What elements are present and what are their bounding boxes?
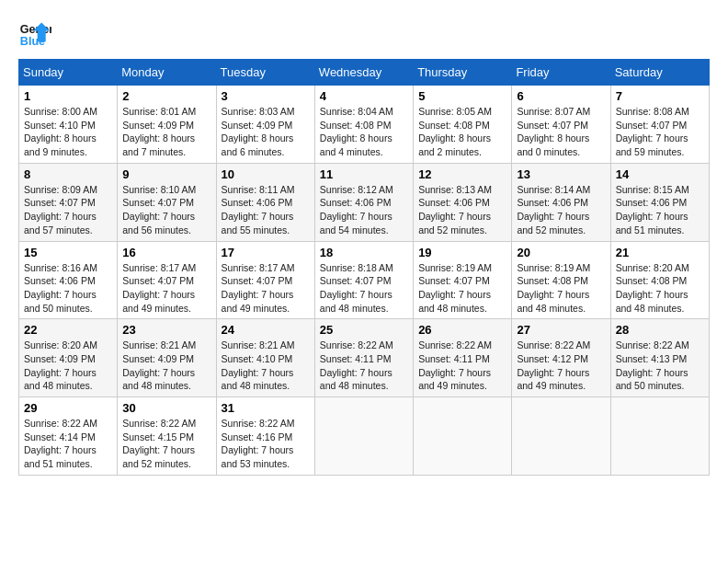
logo-icon: General Blue [18, 18, 51, 52]
calendar-cell: 16 Sunrise: 8:17 AMSunset: 4:07 PMDaylig… [118, 241, 216, 319]
calendar-cell: 15 Sunrise: 8:16 AMSunset: 4:06 PMDaylig… [19, 241, 118, 319]
day-info: Sunrise: 8:20 AMSunset: 4:09 PMDaylight:… [24, 339, 97, 391]
calendar-cell: 12 Sunrise: 8:13 AMSunset: 4:06 PMDaylig… [414, 163, 512, 241]
day-number: 5 [418, 89, 506, 103]
day-info: Sunrise: 8:15 AMSunset: 4:06 PMDaylight:… [616, 184, 689, 236]
day-info: Sunrise: 8:20 AMSunset: 4:08 PMDaylight:… [616, 262, 689, 314]
day-info: Sunrise: 8:22 AMSunset: 4:12 PMDaylight:… [517, 339, 590, 391]
calendar-cell: 22 Sunrise: 8:20 AMSunset: 4:09 PMDaylig… [19, 319, 118, 397]
day-number: 25 [320, 323, 408, 337]
day-number: 28 [616, 323, 704, 337]
day-info: Sunrise: 8:12 AMSunset: 4:06 PMDaylight:… [320, 184, 393, 236]
day-number: 13 [517, 167, 605, 181]
calendar-cell [314, 397, 413, 476]
calendar-cell: 30 Sunrise: 8:22 AMSunset: 4:15 PMDaylig… [118, 397, 216, 476]
day-number: 31 [222, 401, 310, 415]
day-info: Sunrise: 8:07 AMSunset: 4:07 PMDaylight:… [517, 106, 590, 157]
day-number: 3 [222, 89, 310, 103]
calendar-header-sunday: Sunday [19, 60, 118, 86]
calendar-header-tuesday: Tuesday [216, 60, 314, 86]
calendar-header-thursday: Thursday [414, 60, 512, 86]
calendar-body: 1 Sunrise: 8:00 AMSunset: 4:10 PMDayligh… [19, 86, 710, 476]
day-number: 12 [418, 167, 506, 181]
calendar-week-5: 29 Sunrise: 8:22 AMSunset: 4:14 PMDaylig… [19, 397, 710, 476]
day-number: 20 [517, 246, 605, 259]
calendar-cell: 17 Sunrise: 8:17 AMSunset: 4:07 PMDaylig… [216, 241, 314, 319]
header: General Blue [18, 18, 710, 52]
day-number: 14 [616, 167, 704, 181]
day-number: 1 [24, 89, 112, 103]
day-number: 2 [122, 89, 210, 103]
calendar-cell: 2 Sunrise: 8:01 AMSunset: 4:09 PMDayligh… [118, 86, 216, 164]
day-info: Sunrise: 8:18 AMSunset: 4:07 PMDaylight:… [320, 262, 393, 314]
calendar-cell: 8 Sunrise: 8:09 AMSunset: 4:07 PMDayligh… [19, 163, 118, 241]
day-number: 19 [418, 246, 506, 259]
calendar-cell [512, 397, 610, 476]
calendar-cell: 5 Sunrise: 8:05 AMSunset: 4:08 PMDayligh… [414, 86, 512, 164]
day-info: Sunrise: 8:00 AMSunset: 4:10 PMDaylight:… [24, 106, 97, 157]
day-number: 16 [122, 246, 210, 259]
day-info: Sunrise: 8:22 AMSunset: 4:11 PMDaylight:… [418, 339, 492, 391]
logo: General Blue [18, 18, 55, 52]
calendar-cell: 26 Sunrise: 8:22 AMSunset: 4:11 PMDaylig… [414, 319, 512, 397]
day-info: Sunrise: 8:03 AMSunset: 4:09 PMDaylight:… [222, 106, 295, 157]
calendar-header: SundayMondayTuesdayWednesdayThursdayFrid… [19, 60, 710, 86]
day-number: 21 [616, 246, 704, 259]
day-info: Sunrise: 8:19 AMSunset: 4:08 PMDaylight:… [517, 262, 590, 314]
calendar-cell: 6 Sunrise: 8:07 AMSunset: 4:07 PMDayligh… [512, 86, 610, 164]
calendar-cell: 31 Sunrise: 8:22 AMSunset: 4:16 PMDaylig… [216, 397, 314, 476]
calendar-cell: 27 Sunrise: 8:22 AMSunset: 4:12 PMDaylig… [512, 319, 610, 397]
calendar-cell: 29 Sunrise: 8:22 AMSunset: 4:14 PMDaylig… [19, 397, 118, 476]
day-number: 18 [320, 246, 408, 259]
day-info: Sunrise: 8:13 AMSunset: 4:06 PMDaylight:… [418, 184, 492, 236]
calendar-header-saturday: Saturday [610, 60, 709, 86]
day-info: Sunrise: 8:05 AMSunset: 4:08 PMDaylight:… [418, 106, 492, 157]
day-info: Sunrise: 8:22 AMSunset: 4:15 PMDaylight:… [122, 418, 196, 469]
calendar-week-3: 15 Sunrise: 8:16 AMSunset: 4:06 PMDaylig… [19, 241, 710, 319]
day-info: Sunrise: 8:10 AMSunset: 4:07 PMDaylight:… [122, 184, 196, 236]
calendar-cell: 24 Sunrise: 8:21 AMSunset: 4:10 PMDaylig… [216, 319, 314, 397]
calendar-header-wednesday: Wednesday [314, 60, 413, 86]
calendar-cell: 13 Sunrise: 8:14 AMSunset: 4:06 PMDaylig… [512, 163, 610, 241]
day-number: 15 [24, 246, 112, 259]
day-info: Sunrise: 8:14 AMSunset: 4:06 PMDaylight:… [517, 184, 590, 236]
day-number: 10 [222, 167, 310, 181]
calendar-week-4: 22 Sunrise: 8:20 AMSunset: 4:09 PMDaylig… [19, 319, 710, 397]
day-number: 7 [616, 89, 704, 103]
day-number: 26 [418, 323, 506, 337]
calendar-cell: 28 Sunrise: 8:22 AMSunset: 4:13 PMDaylig… [610, 319, 709, 397]
day-info: Sunrise: 8:17 AMSunset: 4:07 PMDaylight:… [222, 262, 295, 314]
day-number: 30 [122, 401, 210, 415]
day-info: Sunrise: 8:09 AMSunset: 4:07 PMDaylight:… [24, 184, 97, 236]
calendar-header-friday: Friday [512, 60, 610, 86]
day-number: 23 [122, 323, 210, 337]
day-info: Sunrise: 8:22 AMSunset: 4:14 PMDaylight:… [24, 418, 97, 469]
calendar-cell: 21 Sunrise: 8:20 AMSunset: 4:08 PMDaylig… [610, 241, 709, 319]
day-number: 29 [24, 401, 112, 415]
day-number: 17 [222, 246, 310, 259]
day-number: 4 [320, 89, 408, 103]
day-info: Sunrise: 8:16 AMSunset: 4:06 PMDaylight:… [24, 262, 97, 314]
calendar-cell: 11 Sunrise: 8:12 AMSunset: 4:06 PMDaylig… [314, 163, 413, 241]
day-info: Sunrise: 8:22 AMSunset: 4:16 PMDaylight:… [222, 418, 295, 469]
day-info: Sunrise: 8:21 AMSunset: 4:09 PMDaylight:… [122, 339, 196, 391]
day-info: Sunrise: 8:01 AMSunset: 4:09 PMDaylight:… [122, 106, 196, 157]
calendar-cell: 9 Sunrise: 8:10 AMSunset: 4:07 PMDayligh… [118, 163, 216, 241]
day-number: 6 [517, 89, 605, 103]
day-info: Sunrise: 8:22 AMSunset: 4:13 PMDaylight:… [616, 339, 689, 391]
day-info: Sunrise: 8:17 AMSunset: 4:07 PMDaylight:… [122, 262, 196, 314]
day-info: Sunrise: 8:22 AMSunset: 4:11 PMDaylight:… [320, 339, 393, 391]
day-number: 8 [24, 167, 112, 181]
day-info: Sunrise: 8:04 AMSunset: 4:08 PMDaylight:… [320, 106, 393, 157]
day-info: Sunrise: 8:21 AMSunset: 4:10 PMDaylight:… [222, 339, 295, 391]
calendar-week-2: 8 Sunrise: 8:09 AMSunset: 4:07 PMDayligh… [19, 163, 710, 241]
day-info: Sunrise: 8:08 AMSunset: 4:07 PMDaylight:… [616, 106, 689, 157]
calendar-cell: 18 Sunrise: 8:18 AMSunset: 4:07 PMDaylig… [314, 241, 413, 319]
calendar-cell: 19 Sunrise: 8:19 AMSunset: 4:07 PMDaylig… [414, 241, 512, 319]
calendar-cell: 1 Sunrise: 8:00 AMSunset: 4:10 PMDayligh… [19, 86, 118, 164]
calendar-cell [610, 397, 709, 476]
calendar-cell: 23 Sunrise: 8:21 AMSunset: 4:09 PMDaylig… [118, 319, 216, 397]
day-number: 27 [517, 323, 605, 337]
day-number: 9 [122, 167, 210, 181]
calendar-cell: 25 Sunrise: 8:22 AMSunset: 4:11 PMDaylig… [314, 319, 413, 397]
